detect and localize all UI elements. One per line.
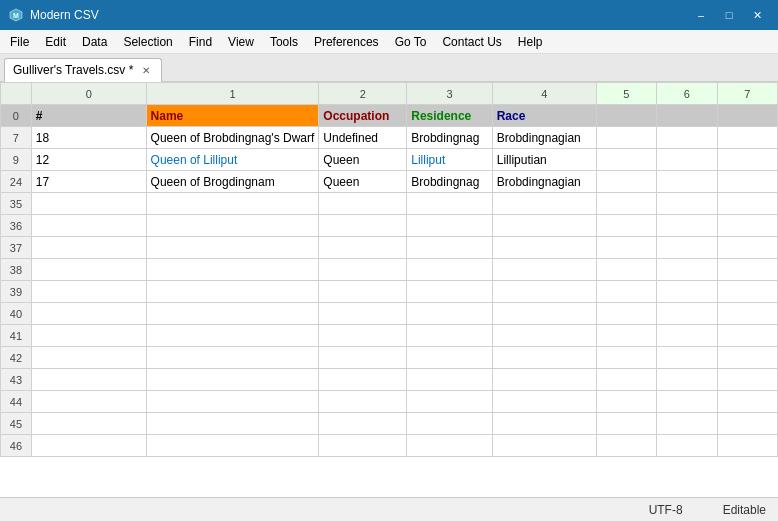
table-row: 46 — [1, 435, 778, 457]
data-cell[interactable] — [717, 105, 777, 127]
col-header-2[interactable]: 2 — [319, 83, 407, 105]
data-cell[interactable] — [596, 171, 656, 193]
row-num-cell: 43 — [1, 369, 32, 391]
data-cell[interactable]: Queen of Lilliput — [146, 149, 319, 171]
window-title: Modern CSV — [30, 8, 688, 22]
menu-item-edit[interactable]: Edit — [37, 32, 74, 52]
row-num-cell: 24 — [1, 171, 32, 193]
window-controls: – □ ✕ — [688, 5, 770, 25]
col-header-6[interactable]: 6 — [657, 83, 717, 105]
data-cell[interactable]: Queen — [319, 149, 407, 171]
col-header-5[interactable]: 5 — [596, 83, 656, 105]
title-bar: M Modern CSV – □ ✕ — [0, 0, 778, 30]
data-cell[interactable]: Queen — [319, 171, 407, 193]
table-row: 39 — [1, 281, 778, 303]
minimize-button[interactable]: – — [688, 5, 714, 25]
row-num-cell: 40 — [1, 303, 32, 325]
menu-item-help[interactable]: Help — [510, 32, 551, 52]
data-cell[interactable]: # — [31, 105, 146, 127]
data-cell[interactable] — [657, 171, 717, 193]
tab-close-button[interactable]: ✕ — [139, 63, 153, 77]
corner-cell — [1, 83, 32, 105]
table-row: 24 17 Queen of Brogdingnam Queen Brobdin… — [1, 171, 778, 193]
table-row: 9 12 Queen of Lilliput Queen Lilliput Li… — [1, 149, 778, 171]
status-bar: UTF-8 Editable — [0, 497, 778, 521]
menu-item-file[interactable]: File — [2, 32, 37, 52]
data-cell[interactable]: Name — [146, 105, 319, 127]
data-cell[interactable]: Queen of Brogdingnam — [146, 171, 319, 193]
row-num-cell: 36 — [1, 215, 32, 237]
data-cell[interactable]: Queen of Brobdingnag's Dwarf — [146, 127, 319, 149]
spreadsheet-area[interactable]: 0 1 2 3 4 5 6 7 0 # Name Occupation Resi… — [0, 82, 778, 497]
data-cell[interactable]: Brobdingnagian — [492, 171, 596, 193]
table-row: 42 — [1, 347, 778, 369]
menu-item-view[interactable]: View — [220, 32, 262, 52]
table-row: 38 — [1, 259, 778, 281]
table-row: 45 — [1, 413, 778, 435]
data-cell[interactable]: Brobdingnag — [407, 127, 492, 149]
table-row: 41 — [1, 325, 778, 347]
table-row: 40 — [1, 303, 778, 325]
svg-text:M: M — [13, 12, 19, 19]
data-cell[interactable] — [596, 149, 656, 171]
row-num-cell: 38 — [1, 259, 32, 281]
data-cell[interactable] — [717, 171, 777, 193]
tab-label: Gulliver's Travels.csv * — [13, 63, 133, 77]
row-num-cell: 9 — [1, 149, 32, 171]
data-cell[interactable] — [717, 127, 777, 149]
menu-item-go-to[interactable]: Go To — [387, 32, 435, 52]
table-row: 7 18 Queen of Brobdingnag's Dwarf Undefi… — [1, 127, 778, 149]
data-cell[interactable] — [596, 127, 656, 149]
menu-bar: FileEditDataSelectionFindViewToolsPrefer… — [0, 30, 778, 54]
data-cell[interactable]: Brobdingnagian — [492, 127, 596, 149]
data-table: 0 1 2 3 4 5 6 7 0 # Name Occupation Resi… — [0, 82, 778, 457]
col-header-1[interactable]: 1 — [146, 83, 319, 105]
data-cell[interactable]: Residence — [407, 105, 492, 127]
data-cell[interactable] — [717, 149, 777, 171]
col-header-3[interactable]: 3 — [407, 83, 492, 105]
data-cell[interactable] — [657, 149, 717, 171]
close-button[interactable]: ✕ — [744, 5, 770, 25]
row-num-cell: 35 — [1, 193, 32, 215]
table-row: 44 — [1, 391, 778, 413]
app-icon: M — [8, 7, 24, 23]
menu-item-tools[interactable]: Tools — [262, 32, 306, 52]
data-cell[interactable] — [657, 105, 717, 127]
data-cell[interactable]: Occupation — [319, 105, 407, 127]
menu-item-preferences[interactable]: Preferences — [306, 32, 387, 52]
row-num-cell: 37 — [1, 237, 32, 259]
tab-bar: Gulliver's Travels.csv * ✕ — [0, 54, 778, 82]
col-header-0[interactable]: 0 — [31, 83, 146, 105]
menu-item-contact-us[interactable]: Contact Us — [434, 32, 509, 52]
col-header-7[interactable]: 7 — [717, 83, 777, 105]
file-tab[interactable]: Gulliver's Travels.csv * ✕ — [4, 58, 162, 82]
data-cell[interactable]: 18 — [31, 127, 146, 149]
data-cell[interactable]: Lilliput — [407, 149, 492, 171]
menu-item-selection[interactable]: Selection — [115, 32, 180, 52]
table-row: 37 — [1, 237, 778, 259]
row-num-cell: 42 — [1, 347, 32, 369]
table-row: 43 — [1, 369, 778, 391]
data-cell[interactable]: Undefined — [319, 127, 407, 149]
row-num-cell: 44 — [1, 391, 32, 413]
maximize-button[interactable]: □ — [716, 5, 742, 25]
menu-item-data[interactable]: Data — [74, 32, 115, 52]
data-cell[interactable]: 12 — [31, 149, 146, 171]
encoding-label: UTF-8 — [649, 503, 683, 517]
row-num-cell: 7 — [1, 127, 32, 149]
column-header-row: 0 1 2 3 4 5 6 7 — [1, 83, 778, 105]
data-cell[interactable] — [657, 127, 717, 149]
row-num-cell: 46 — [1, 435, 32, 457]
data-cell[interactable]: Brobdingnag — [407, 171, 492, 193]
data-cell[interactable]: 17 — [31, 171, 146, 193]
data-cell[interactable]: Lilliputian — [492, 149, 596, 171]
row-num-cell: 39 — [1, 281, 32, 303]
data-cell[interactable] — [596, 105, 656, 127]
mode-label: Editable — [723, 503, 766, 517]
row-num-cell: 41 — [1, 325, 32, 347]
table-row: 0 # Name Occupation Residence Race — [1, 105, 778, 127]
col-header-4[interactable]: 4 — [492, 83, 596, 105]
data-cell[interactable]: Race — [492, 105, 596, 127]
menu-item-find[interactable]: Find — [181, 32, 220, 52]
table-row: 36 — [1, 215, 778, 237]
